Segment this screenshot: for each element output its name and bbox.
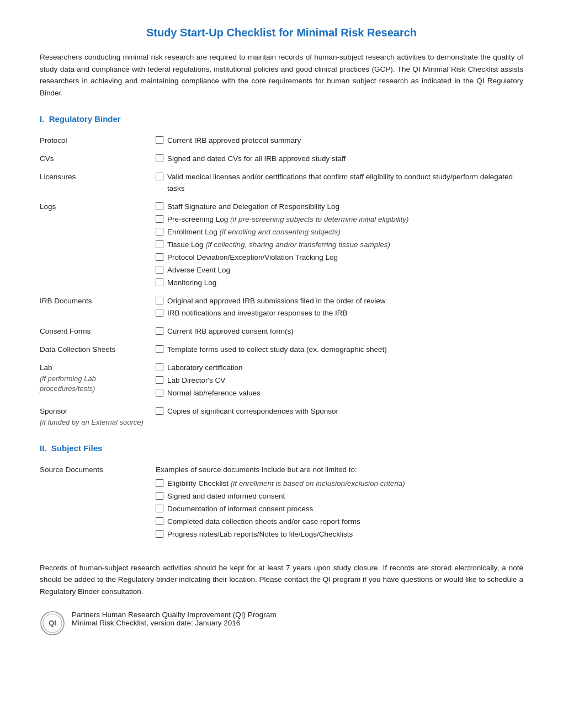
footer-logo-area: QI Partners Human Research Quality Impro…	[40, 611, 523, 636]
checkbox[interactable]	[156, 297, 163, 304]
row-items-lab: Laboratory certification Lab Director's …	[156, 360, 523, 403]
checkbox[interactable]	[156, 505, 163, 512]
checkbox-item: Valid medical licenses and/or certificat…	[156, 172, 519, 195]
checkbox[interactable]	[156, 240, 163, 248]
subject-files-table: Source Documents Examples of source docu…	[40, 462, 523, 544]
checkbox-item: Enrollment Log (if enrolling and consent…	[156, 227, 519, 238]
table-row: Logs Staff Signature and Delegation of R…	[40, 199, 523, 292]
checkbox-item: Tissue Log (if collecting, sharing and/o…	[156, 239, 519, 251]
row-items-licensures: Valid medical licenses and/or certificat…	[156, 169, 523, 199]
footer-line1: Partners Human Research Quality Improvem…	[72, 611, 277, 619]
table-row: Protocol Current IRB approved protocol s…	[40, 132, 523, 151]
checkbox-item: Adverse Event Log	[156, 265, 519, 276]
checkbox[interactable]	[156, 530, 163, 538]
checkbox[interactable]	[156, 407, 163, 415]
row-label-protocol: Protocol	[40, 132, 156, 151]
checkbox-item: Completed data collection sheets and/or …	[156, 516, 519, 528]
checkbox[interactable]	[156, 136, 163, 144]
row-label-lab: Lab (if performing Lab procedures/tests)	[40, 360, 156, 403]
source-docs-intro: Examples of source documents include but…	[156, 464, 519, 476]
checkbox[interactable]	[156, 173, 163, 180]
checkbox-item: Progress notes/Lab reports/Notes to file…	[156, 529, 519, 540]
checkbox[interactable]	[156, 154, 163, 162]
page-title: Study Start-Up Checklist for Minimal Ris…	[40, 26, 523, 39]
row-label-data-collection: Data Collection Sheets	[40, 341, 156, 360]
table-row: CVs Signed and dated CVs for all IRB app…	[40, 151, 523, 169]
checkbox[interactable]	[156, 228, 163, 235]
checkbox-item: Staff Signature and Delegation of Respon…	[156, 201, 519, 213]
checkbox[interactable]	[156, 327, 163, 335]
row-label-licensures: Licensures	[40, 169, 156, 199]
checkbox[interactable]	[156, 517, 163, 525]
checkbox-item: IRB notifications and investigator respo…	[156, 308, 519, 319]
checkbox[interactable]	[156, 279, 163, 286]
table-row: Licensures Valid medical licenses and/or…	[40, 169, 523, 199]
checkbox[interactable]	[156, 492, 163, 500]
checkbox-item: Signed and dated CVs for all IRB approve…	[156, 153, 519, 165]
row-items-data-collection: Template forms used to collect study dat…	[156, 341, 523, 360]
intro-paragraph: Researchers conducting minimal risk rese…	[40, 51, 523, 99]
checkbox[interactable]	[156, 389, 163, 397]
row-items-irb-documents: Original and approved IRB submissions fi…	[156, 293, 523, 324]
checkbox[interactable]	[156, 253, 163, 261]
checkbox-item: Eligibility Checklist (if enrollment is …	[156, 478, 519, 490]
checkbox-item: Copies of significant correspondences wi…	[156, 406, 519, 417]
row-items-source-docs: Examples of source documents include but…	[156, 462, 523, 544]
table-row: Data Collection Sheets Template forms us…	[40, 341, 523, 360]
checkbox-item: Signed and dated informed consent	[156, 491, 519, 502]
row-label-logs: Logs	[40, 199, 156, 292]
checkbox-item: Current IRB approved consent form(s)	[156, 326, 519, 338]
checkbox-item: Current IRB approved protocol summary	[156, 135, 519, 147]
footer: Records of human-subject research activi…	[40, 562, 523, 636]
row-items-logs: Staff Signature and Delegation of Respon…	[156, 199, 523, 292]
checkbox[interactable]	[156, 376, 163, 384]
checkbox-item: Monitoring Log	[156, 277, 519, 289]
footer-line2: Minimal Risk Checklist, version date: Ja…	[72, 619, 277, 627]
row-items-protocol: Current IRB approved protocol summary	[156, 132, 523, 151]
table-row: IRB Documents Original and approved IRB …	[40, 293, 523, 324]
row-label-consent-forms: Consent Forms	[40, 323, 156, 341]
checkbox[interactable]	[156, 202, 163, 210]
table-row: Sponsor (if funded by an External source…	[40, 403, 523, 430]
checkbox[interactable]	[156, 215, 163, 223]
row-label-source-docs: Source Documents	[40, 462, 156, 544]
qi-logo-icon: QI	[40, 611, 65, 636]
footer-text: Records of human-subject research activi…	[40, 562, 523, 598]
row-items-consent-forms: Current IRB approved consent form(s)	[156, 323, 523, 341]
table-row: Lab (if performing Lab procedures/tests)…	[40, 360, 523, 403]
checkbox-item: Lab Director's CV	[156, 375, 519, 387]
row-label-sponsor: Sponsor (if funded by an External source…	[40, 403, 156, 430]
footer-logo-text: Partners Human Research Quality Improvem…	[72, 611, 277, 627]
checkbox-item: Original and approved IRB submissions fi…	[156, 296, 519, 307]
checkbox-item: Laboratory certification	[156, 362, 519, 374]
checkbox-item: Template forms used to collect study dat…	[156, 344, 519, 356]
table-row: Consent Forms Current IRB approved conse…	[40, 323, 523, 341]
checkbox-item: Protocol Deviation/Exception/Violation T…	[156, 252, 519, 264]
table-row: Source Documents Examples of source docu…	[40, 462, 523, 544]
checkbox[interactable]	[156, 363, 163, 371]
checkbox-item: Normal lab/reference values	[156, 388, 519, 399]
checkbox-item: Pre-screening Log (if pre-screening subj…	[156, 214, 519, 226]
checkbox-item: Documentation of informed consent proces…	[156, 504, 519, 515]
regulatory-binder-table: Protocol Current IRB approved protocol s…	[40, 132, 523, 430]
checkbox[interactable]	[156, 479, 163, 487]
row-label-cvs: CVs	[40, 151, 156, 169]
row-items-sponsor: Copies of significant correspondences wi…	[156, 403, 523, 430]
svg-text:QI: QI	[49, 619, 56, 627]
checkbox[interactable]	[156, 345, 163, 353]
section-regulatory-binder: I. Regulatory Binder	[40, 114, 523, 124]
checkbox[interactable]	[156, 266, 163, 274]
section-subject-files: II. Subject Files	[40, 443, 523, 453]
checkbox[interactable]	[156, 309, 163, 317]
row-label-irb-documents: IRB Documents	[40, 293, 156, 324]
row-items-cvs: Signed and dated CVs for all IRB approve…	[156, 151, 523, 169]
